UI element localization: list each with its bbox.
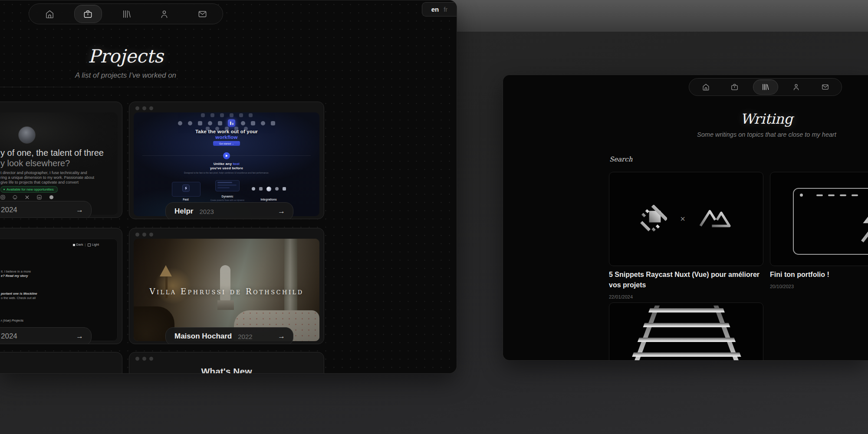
window-dot	[135, 357, 139, 361]
story-card-footer-link[interactable]: 2024 →	[0, 327, 92, 344]
app-icons-row	[134, 119, 319, 127]
window-dot	[142, 233, 146, 237]
raycast-logo-icon	[640, 205, 667, 233]
times-icon: ×	[680, 214, 685, 224]
article-date: 22/01/2024	[609, 292, 765, 302]
article-date: 20/10/2023	[770, 281, 868, 292]
article-card-raycast-nuxt[interactable]: ×	[609, 172, 763, 266]
helpr-cta-button[interactable]: Get started →	[213, 141, 240, 146]
window-dot	[135, 233, 139, 237]
light-swatch-icon	[88, 243, 91, 247]
lightning-bolt-icon	[849, 201, 868, 246]
page-subtitle: A list of projects I've worked on	[0, 71, 324, 80]
story-screenshot: Dark | Light it. I believe in a more e? …	[0, 239, 118, 341]
story-line1: it. I believe in a more	[1, 270, 31, 273]
header-divider	[0, 87, 269, 87]
helpr-micro-text: Designed to be fast to the last pixel, h…	[134, 171, 319, 174]
social-circle-icon[interactable]	[49, 195, 54, 200]
traffic-dots	[135, 233, 153, 237]
intro-card-footer-link[interactable]: 2024 →	[0, 201, 92, 218]
helpr-hero-line1: Take the work out of your	[134, 129, 319, 134]
page-title: Projects	[0, 46, 324, 67]
project-card-story[interactable]: Dark | Light it. I believe in a more e? …	[0, 228, 122, 344]
x-icon[interactable]	[25, 195, 30, 200]
intro-body-line3: give life to projects that captivate and…	[0, 180, 79, 184]
feature-dynamic-card	[215, 180, 240, 191]
intro-body-line2: ring a unique dimension to my work. Pass…	[0, 175, 94, 180]
helpr-screenshot: Take the work out of your workflow Get s…	[134, 112, 319, 216]
avatar	[18, 126, 36, 144]
play-button-icon[interactable]	[223, 152, 230, 159]
lang-fr[interactable]: fr	[444, 6, 447, 13]
availability-badge: Available for new opportunities	[0, 186, 58, 193]
whats-new-title: What's New	[129, 366, 324, 374]
traffic-dots	[135, 357, 153, 361]
window-dot	[149, 233, 153, 237]
window-dot	[142, 106, 146, 110]
story-line3: portant one is Mockline	[1, 292, 37, 296]
article-title-text[interactable]: 5 Snippets Raycast Nuxt (Vue) pour améli…	[609, 270, 765, 290]
helpr-sub-accent: tool	[233, 162, 239, 166]
theme-toggle[interactable]: Dark | Light	[73, 243, 99, 247]
helpr-sub-line2: you've used before	[134, 166, 319, 170]
project-card-helpr[interactable]: Take the work out of your workflow Get s…	[129, 102, 324, 219]
story-line5: r (Vue) Projects	[1, 319, 23, 322]
project-card-stub[interactable]	[0, 352, 122, 374]
status-dot-icon	[3, 189, 5, 190]
linkedin-icon[interactable]	[37, 195, 42, 200]
window-dot	[142, 357, 146, 361]
page-title: Writing	[609, 111, 868, 127]
nuxt-logo-icon	[698, 207, 732, 232]
availability-label: Available for new opportunities	[7, 187, 54, 191]
maison-card-name: Maison Hochard	[174, 332, 232, 341]
projects-window: en fr Projects A list of projects I've w…	[0, 0, 457, 374]
story-card-year: 2024	[1, 332, 17, 341]
feature-dynamic-sub: Create powerful flows with our dynamic	[210, 199, 244, 201]
intro-card-year: 2024	[1, 206, 17, 214]
window-dot	[149, 357, 153, 361]
intro-body-line1: t director and photographer, I fuse tech…	[0, 171, 87, 175]
helpr-card-footer-link[interactable]: Helpr 2023 →	[165, 202, 293, 219]
feature-fast-label: Fast	[183, 198, 188, 201]
writing-window: Writing Some writings on topics that are…	[503, 75, 868, 361]
lightning-icon	[182, 184, 190, 192]
story-line2: e? Read my story	[1, 274, 28, 278]
language-switcher: en fr	[422, 2, 457, 16]
github-icon[interactable]	[13, 195, 17, 200]
arrow-right-icon: →	[278, 207, 285, 216]
helpr-card-year: 2023	[199, 208, 214, 215]
article-title-text[interactable]: Fini ton portfolio !	[770, 270, 868, 280]
helpr-sub-line1: Unlike any	[214, 162, 233, 166]
article-title: Fini ton portfolio ! 20/10/2023	[770, 270, 868, 292]
maison-photo: Villa Ephrussi de Rothschild	[134, 239, 319, 341]
app-icons-row	[134, 113, 319, 117]
lang-en[interactable]: en	[431, 6, 439, 13]
ladder-illustration-icon	[609, 303, 763, 361]
arrow-right-icon: →	[278, 332, 285, 341]
project-card-whats-new[interactable]: What's New	[129, 352, 324, 374]
dark-swatch-icon	[73, 244, 75, 246]
feature-integrations-label: Integrations	[260, 198, 276, 201]
article-card-ladder[interactable]	[609, 302, 763, 361]
project-card-intro[interactable]: y of one, the talent of three y look els…	[0, 102, 122, 218]
story-line4: o the web. Check out all	[1, 296, 36, 300]
helpr-hero-line2: workflow	[134, 135, 319, 140]
intro-screenshot: y of one, the talent of three y look els…	[0, 112, 118, 215]
project-card-maison[interactable]: Villa Ephrussi de Rothschild Maison Hoch…	[129, 228, 324, 344]
article-title: 5 Snippets Raycast Nuxt (Vue) pour améli…	[609, 270, 765, 302]
traffic-dots	[135, 106, 153, 110]
maison-card-footer-link[interactable]: Maison Hochard 2022 →	[165, 327, 293, 344]
search-label[interactable]: Search	[609, 155, 632, 163]
browser-outline-icon	[793, 188, 868, 255]
arrow-right-icon: →	[76, 206, 83, 214]
article-card-portfolio[interactable]	[770, 172, 868, 266]
intro-heading-line2: y look elsewhere?	[0, 158, 70, 168]
integration-icons-row	[252, 187, 286, 191]
feature-dynamic-label: Dynamic	[221, 195, 233, 198]
maison-overlay-title: Villa Ephrussi de Rothschild	[134, 287, 319, 296]
window-dot	[135, 106, 139, 110]
helpr-app-icon	[228, 119, 235, 127]
window-dot	[149, 106, 153, 110]
intro-heading-line1: y of one, the talent of three	[0, 148, 104, 158]
instagram-icon[interactable]	[0, 195, 5, 200]
